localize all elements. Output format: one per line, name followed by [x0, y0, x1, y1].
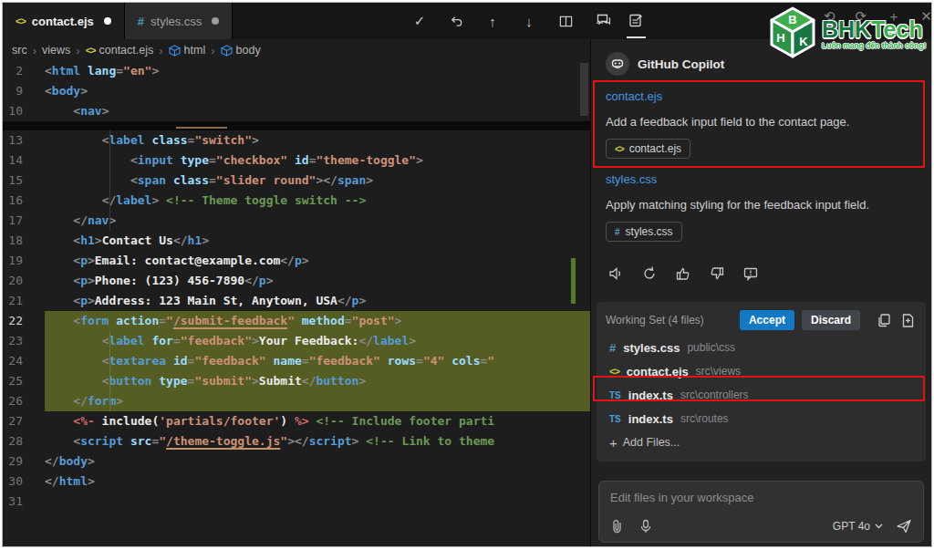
- line-number[interactable]: 10: [3, 101, 45, 121]
- copilot-panel: GitHub Copilot contact.ejsAdd a feedback…: [590, 39, 931, 547]
- tab-contact-ejs[interactable]: <> contact.ejs: [3, 3, 125, 39]
- line-number[interactable]: 23: [3, 331, 45, 351]
- line-number[interactable]: 15: [3, 171, 45, 191]
- chat-input[interactable]: Edit files in your workspace GPT 4o: [598, 481, 924, 543]
- message-file-link[interactable]: styles.css: [606, 172, 917, 186]
- copilot-title: GitHub Copilot: [638, 57, 724, 71]
- split-editor-icon[interactable]: [557, 13, 574, 29]
- code-line[interactable]: 14 <input type="checkbox" id="theme-togg…: [3, 150, 590, 171]
- code-line[interactable]: 19 <p>Email: contact@example.com</p>: [3, 251, 590, 271]
- close-panel-icon[interactable]: ✕: [920, 8, 932, 26]
- editor-toolbar: ✓ ↑ ↓ ···: [411, 3, 610, 39]
- line-number[interactable]: 21: [3, 291, 45, 311]
- accept-check-icon[interactable]: ✓: [411, 13, 428, 29]
- working-set-file-row[interactable]: TSindex.tssrc\controllers: [606, 383, 917, 407]
- save-all-edits-icon[interactable]: [898, 311, 917, 329]
- code-line[interactable]: 29</body>: [3, 451, 590, 472]
- line-number[interactable]: 31: [3, 492, 45, 512]
- line-number[interactable]: 29: [3, 451, 45, 472]
- microphone-icon[interactable]: [638, 518, 654, 534]
- code-line[interactable]: 28 <script src="/theme-toggle.js"></scri…: [3, 431, 590, 451]
- working-set-file-row[interactable]: <>contact.ejssrc\views: [606, 359, 917, 383]
- code-line[interactable]: 18 <h1>Contact Us</h1>: [3, 231, 590, 251]
- send-icon[interactable]: [896, 518, 912, 534]
- arrow-down-icon[interactable]: ↓: [521, 13, 537, 29]
- line-number[interactable]: 24: [3, 351, 45, 371]
- copilot-edits-icon[interactable]: [628, 13, 644, 30]
- code-line[interactable]: 21 <p>Address: 123 Main St, Anytown, USA…: [3, 291, 590, 311]
- breadcrumb-item[interactable]: views: [42, 44, 70, 57]
- compare-changes-icon[interactable]: [875, 311, 893, 329]
- css-file-icon: #: [609, 341, 616, 355]
- code-line[interactable]: 17 </nav>: [3, 211, 590, 231]
- line-number[interactable]: 2: [3, 61, 45, 81]
- line-number[interactable]: 27: [3, 411, 45, 431]
- line-number[interactable]: 20: [3, 271, 45, 291]
- code-line[interactable]: 31: [3, 492, 590, 512]
- undo-icon[interactable]: [448, 13, 464, 29]
- code-line[interactable]: 9<body>: [3, 81, 590, 101]
- undo-edit-icon[interactable]: ⟲: [824, 8, 835, 26]
- report-issue-icon[interactable]: [741, 264, 761, 284]
- file-chip[interactable]: <>contact.ejs: [606, 139, 690, 159]
- file-chip[interactable]: #styles.css: [606, 222, 682, 242]
- working-set-file-row[interactable]: TSindex.tssrc\routes: [606, 407, 917, 430]
- code-line[interactable]: 30</html>: [3, 472, 590, 492]
- code-line[interactable]: 24 <textarea id="feedback" name="feedbac…: [3, 351, 590, 371]
- read-aloud-icon[interactable]: [606, 264, 626, 284]
- line-number[interactable]: 19: [3, 251, 45, 271]
- chat-input-placeholder: Edit files in your workspace: [610, 491, 912, 504]
- code-line[interactable]: 23 <label for="feedback">Your Feedback:<…: [3, 331, 590, 351]
- code-line[interactable]: 2<html lang="en">: [3, 61, 590, 81]
- code-line[interactable]: 22 <form action="/submit-feedback" metho…: [3, 311, 590, 331]
- code-line[interactable]: 13 <label class="switch">: [3, 130, 590, 150]
- chat-view-icon[interactable]: [596, 12, 612, 30]
- accept-button[interactable]: Accept: [740, 310, 794, 330]
- code-line[interactable]: 16 </label> <!-- Theme toggle switch -->: [3, 191, 590, 211]
- arrow-up-icon[interactable]: ↑: [484, 13, 501, 29]
- line-number[interactable]: 18: [3, 231, 45, 251]
- line-number[interactable]: 26: [3, 391, 45, 411]
- line-number[interactable]: 28: [3, 431, 45, 451]
- breadcrumb-item[interactable]: body: [221, 44, 261, 57]
- line-number[interactable]: 9: [3, 81, 45, 101]
- line-number[interactable]: 30: [3, 472, 45, 492]
- line-number[interactable]: 25: [3, 371, 45, 391]
- line-number[interactable]: 22: [3, 311, 45, 331]
- thumbs-up-icon[interactable]: [673, 264, 693, 284]
- response-actions: [591, 242, 931, 284]
- regenerate-icon[interactable]: [639, 264, 659, 284]
- html-element-icon: [221, 45, 233, 57]
- redo-edit-icon[interactable]: ⟳: [856, 8, 867, 26]
- message-file-link[interactable]: contact.ejs: [606, 89, 917, 103]
- editor-scrollbar[interactable]: [580, 63, 588, 116]
- working-set-file-row[interactable]: #styles.csspublic\css: [606, 336, 917, 359]
- breadcrumb-item[interactable]: html: [169, 44, 206, 57]
- add-files-button[interactable]: + Add Files...: [606, 430, 917, 454]
- code-line[interactable]: 20 <p>Phone: (123) 456-7890</p>: [3, 271, 590, 291]
- editor-tabs: <> contact.ejs # styles.css: [3, 3, 233, 39]
- breadcrumb-separator: ›: [159, 44, 162, 57]
- line-number[interactable]: 17: [3, 211, 45, 231]
- tab-label: contact.ejs: [32, 15, 94, 28]
- breadcrumb-item[interactable]: <>contact.ejs: [86, 44, 154, 57]
- attach-file-icon[interactable]: [608, 518, 625, 534]
- line-number[interactable]: 16: [3, 191, 45, 211]
- line-number[interactable]: 13: [3, 130, 45, 150]
- code-line[interactable]: 26 </form>: [3, 391, 590, 411]
- modified-dot-icon[interactable]: [212, 17, 219, 25]
- modified-dot-icon[interactable]: [104, 17, 111, 25]
- line-number[interactable]: 14: [3, 150, 45, 171]
- thumbs-down-icon[interactable]: [707, 264, 727, 284]
- discard-button[interactable]: Discard: [802, 310, 860, 330]
- code-area[interactable]: 2<html lang="en">9<body>10 <nav>13 <labe…: [3, 61, 590, 512]
- new-session-icon[interactable]: ＋: [887, 8, 900, 26]
- code-line[interactable]: 15 <span class="slider round"></span>: [3, 171, 590, 191]
- breadcrumb-item[interactable]: src: [12, 44, 27, 57]
- code-line[interactable]: 27 <%- include('partials/footer') %> <!-…: [3, 411, 590, 431]
- message-text: Add a feedback input field to the contac…: [606, 115, 917, 129]
- code-line[interactable]: 25 <button type="submit">Submit</button>: [3, 371, 590, 391]
- model-picker[interactable]: GPT 4o: [833, 520, 883, 533]
- code-line[interactable]: 10 <nav>: [3, 101, 590, 121]
- tab-styles-css[interactable]: # styles.css: [125, 3, 234, 39]
